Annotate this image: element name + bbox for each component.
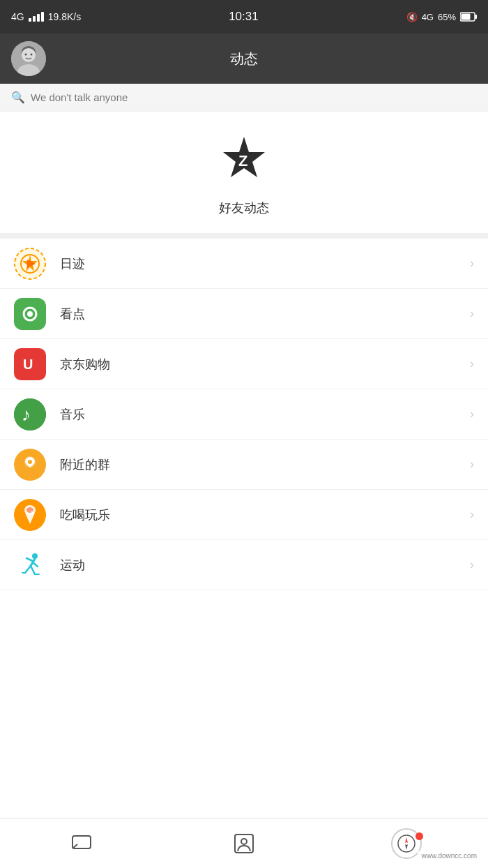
svg-point-6 — [25, 54, 27, 56]
chevron-music: › — [470, 407, 474, 421]
sport-icon — [14, 549, 46, 581]
svg-line-37 — [31, 566, 35, 574]
status-right: 🔇 4G 65% — [406, 12, 477, 22]
friend-activity-icon: Z — [219, 134, 269, 191]
menu-label-kandian: 看点 — [60, 306, 470, 322]
signal-bars — [29, 12, 44, 22]
battery-icon — [460, 12, 477, 22]
svg-text:Z: Z — [238, 152, 247, 170]
search-input[interactable] — [31, 91, 477, 103]
tab-badge — [415, 832, 423, 840]
kandian-icon — [14, 298, 46, 330]
chevron-kandian: › — [470, 306, 474, 321]
menu-item-jingdong[interactable]: U 京东购物 › — [0, 339, 488, 389]
status-bar: 4G 19.8K/s 10:31 🔇 4G 65% — [0, 0, 488, 33]
tab-bar — [0, 818, 488, 868]
tab-messages[interactable] — [0, 832, 162, 855]
menu-item-sport[interactable]: 运动 › — [0, 540, 488, 590]
network-type: 4G — [11, 11, 24, 22]
menu-item-nearby[interactable]: 附近的群 › — [0, 440, 488, 490]
status-time: 10:31 — [229, 10, 259, 24]
avatar[interactable] — [11, 41, 46, 76]
chevron-riji: › — [470, 256, 474, 271]
menu-item-kandian[interactable]: 看点 › — [0, 289, 488, 339]
contacts-icon — [233, 832, 255, 855]
menu-item-chiheyule[interactable]: 吃喝玩乐 › — [0, 490, 488, 540]
tab-contacts[interactable] — [162, 832, 325, 855]
chiheyule-icon — [14, 499, 46, 531]
menu-label-music: 音乐 — [60, 406, 470, 423]
mute-icon: 🔇 — [406, 12, 418, 22]
chevron-nearby: › — [470, 457, 474, 472]
chevron-jingdong: › — [470, 357, 474, 371]
friend-activity-section[interactable]: Z 好友动态 — [0, 112, 488, 239]
friend-activity-label: 好友动态 — [219, 200, 269, 216]
riji-icon — [14, 248, 46, 280]
svg-point-16 — [27, 311, 33, 317]
watermark: www.downcc.com — [418, 851, 481, 861]
nearby-icon — [14, 449, 46, 481]
lte-icon: 4G — [422, 12, 434, 22]
app-header: 动态 — [0, 33, 488, 84]
menu-item-music[interactable]: ♪ 音乐 › — [0, 389, 488, 440]
battery-percent: 65% — [438, 12, 456, 22]
chevron-chiheyule: › — [470, 507, 474, 522]
search-icon: 🔍 — [11, 91, 25, 104]
music-icon: ♪ — [14, 398, 46, 431]
svg-text:♪: ♪ — [22, 404, 31, 425]
network-speed: 19.8K/s — [48, 11, 81, 22]
menu-label-jingdong: 京东购物 — [60, 356, 470, 373]
svg-point-31 — [31, 511, 33, 515]
search-bar: 🔍 — [0, 84, 488, 112]
menu-item-riji[interactable]: 日迹 › — [0, 239, 488, 289]
avatar-image — [11, 41, 46, 76]
messages-icon — [70, 832, 93, 855]
svg-line-36 — [25, 566, 31, 573]
svg-rect-1 — [475, 15, 478, 19]
svg-point-4 — [22, 48, 36, 62]
page-title: 动态 — [230, 50, 258, 68]
chevron-sport: › — [470, 558, 474, 572]
svg-point-26 — [28, 460, 32, 464]
menu-label-riji: 日迹 — [60, 255, 470, 272]
svg-rect-2 — [462, 14, 471, 20]
svg-line-35 — [33, 562, 38, 567]
svg-point-42 — [241, 839, 247, 844]
svg-text:U: U — [23, 357, 33, 372]
status-left: 4G 19.8K/s — [11, 11, 81, 22]
svg-line-34 — [26, 558, 33, 561]
svg-marker-45 — [405, 844, 408, 850]
svg-point-7 — [31, 54, 33, 56]
menu-label-nearby: 附近的群 — [60, 456, 470, 473]
svg-marker-44 — [405, 837, 408, 843]
content-area: 🔍 Z 好友动态 — [0, 84, 488, 646]
menu-label-chiheyule: 吃喝玩乐 — [60, 507, 470, 523]
menu-list: 日迹 › 看点 › U 京东购物 › — [0, 239, 488, 590]
compass-icon — [397, 835, 415, 853]
menu-label-sport: 运动 — [60, 557, 470, 574]
jingdong-icon: U — [14, 348, 46, 380]
